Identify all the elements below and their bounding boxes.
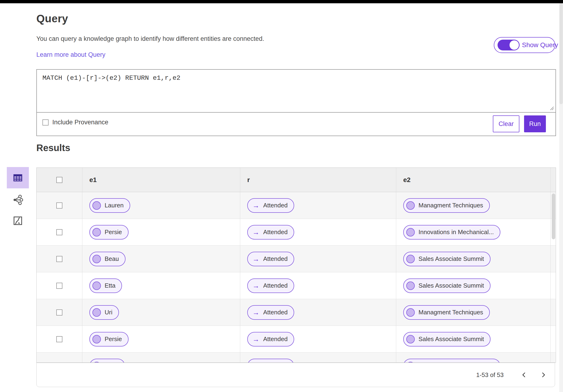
entity-node-icon — [406, 228, 415, 237]
entity-label: Larry — [105, 362, 118, 362]
relation-pill[interactable]: → Attended — [247, 252, 294, 266]
arrow-right-icon: → — [252, 309, 259, 316]
resize-grip-icon[interactable] — [549, 105, 554, 111]
page-scrollbar[interactable] — [559, 3, 563, 392]
relation-label: Attended — [263, 202, 288, 209]
view-table-button[interactable] — [7, 167, 29, 188]
entity-pill[interactable]: Sales Associate Summit — [403, 332, 490, 346]
arrow-right-icon: → — [252, 202, 259, 209]
entity-pill[interactable]: Managment Techniques — [403, 198, 490, 213]
column-header-e2[interactable]: e2 — [396, 168, 550, 192]
table-view-icon — [13, 172, 23, 183]
table-row: Lauren → Attended Managment Techniques — [37, 192, 556, 219]
arrow-right-icon: → — [252, 229, 259, 236]
row-checkbox[interactable] — [56, 229, 62, 235]
entity-node-icon — [406, 335, 415, 343]
results-heading: Results — [36, 143, 70, 153]
entity-label: Managment Techniques — [419, 309, 483, 316]
entity-node-icon — [92, 201, 101, 210]
entity-label: Innovations in Mechanical... — [419, 228, 494, 236]
entity-label: Etta — [105, 282, 115, 289]
entity-pill[interactable]: Managment Techniques — [403, 305, 490, 320]
entity-label: Beau — [105, 255, 119, 263]
pagination-bar: 1-53 of 53 — [36, 363, 555, 387]
query-input[interactable]: MATCH (e1)-[r]->(e2) RETURN e1,r,e2 — [37, 70, 555, 112]
relation-pill[interactable]: → Attended — [247, 359, 294, 363]
entity-node-icon — [406, 255, 415, 263]
entity-node-icon — [406, 308, 415, 317]
map-view-icon — [13, 215, 23, 226]
relation-pill[interactable]: → Attended — [247, 278, 294, 293]
arrow-right-icon: → — [252, 255, 259, 263]
entity-pill[interactable]: Sales Associate Summit — [403, 252, 490, 266]
entity-pill[interactable]: Sales Associate Summit — [403, 278, 490, 293]
entity-label: Uri — [105, 309, 112, 316]
entity-pill[interactable]: Larry — [89, 359, 125, 363]
entity-node-icon — [92, 228, 101, 237]
row-checkbox[interactable] — [56, 336, 62, 342]
relation-pill[interactable]: → Attended — [247, 198, 294, 213]
show-query-toggle[interactable]: Show Query — [494, 37, 555, 53]
entity-label: Sales Associate Summit — [419, 282, 484, 289]
table-scrollbar-thumb[interactable] — [552, 193, 555, 239]
row-checkbox[interactable] — [56, 202, 62, 209]
arrow-right-icon: → — [252, 336, 259, 343]
row-checkbox[interactable] — [56, 283, 62, 289]
entity-label: Innovations in Mechanical... — [419, 362, 494, 362]
relation-label: Attended — [263, 362, 288, 362]
query-page: Query You can query a knowledge graph to… — [0, 0, 563, 392]
view-map-button[interactable] — [7, 211, 29, 231]
column-header-e1[interactable]: e1 — [82, 168, 240, 192]
entity-label: Sales Associate Summit — [419, 255, 484, 263]
arrow-right-icon: → — [252, 282, 259, 289]
learn-more-link[interactable]: Learn more about Query — [36, 51, 105, 58]
pagination-range-label: 1-53 of 53 — [476, 371, 504, 379]
table-header-row: e1 r e2 — [37, 168, 556, 192]
entity-pill[interactable]: Persie — [89, 332, 128, 346]
entity-label: Lauren — [105, 202, 124, 209]
entity-pill[interactable]: Etta — [89, 278, 122, 293]
table-row: Persie → Attended Innovations in Mechani… — [37, 219, 556, 246]
previous-page-button[interactable] — [521, 371, 528, 378]
row-checkbox[interactable] — [56, 256, 62, 262]
chevron-left-icon — [521, 372, 527, 378]
toggle-knob — [510, 40, 519, 50]
entity-node-icon — [92, 335, 101, 343]
entity-node-icon — [92, 362, 101, 363]
include-provenance-checkbox[interactable] — [42, 119, 49, 126]
relation-label: Attended — [263, 282, 288, 289]
entity-pill[interactable]: Innovations in Mechanical... — [403, 225, 500, 240]
include-provenance-label: Include Provenance — [52, 119, 108, 126]
relation-label: Attended — [263, 228, 288, 236]
relation-label: Attended — [263, 335, 288, 343]
window-top-bar — [0, 0, 563, 3]
entity-pill[interactable]: Lauren — [89, 198, 130, 213]
entity-pill[interactable]: Beau — [89, 252, 126, 266]
entity-pill[interactable]: Persie — [89, 225, 128, 240]
chevron-right-icon — [540, 372, 547, 378]
entity-label: Persie — [105, 228, 122, 236]
page-scrollbar-thumb[interactable] — [560, 3, 563, 104]
row-checkbox[interactable] — [56, 309, 62, 316]
entity-pill[interactable]: Uri — [89, 305, 119, 320]
view-network-button[interactable] — [7, 190, 29, 209]
relation-pill[interactable]: → Attended — [247, 332, 294, 346]
run-button[interactable]: Run — [524, 115, 546, 132]
toggle-switch-icon[interactable] — [498, 40, 520, 51]
entity-label: Sales Associate Summit — [419, 335, 484, 343]
results-table: e1 r e2 Lauren → Attended Managment Tech… — [36, 167, 556, 363]
arrow-right-icon: → — [252, 362, 259, 363]
select-all-checkbox[interactable] — [56, 177, 62, 183]
next-page-button[interactable] — [540, 371, 547, 378]
page-title: Query — [36, 12, 68, 25]
entity-pill[interactable]: Innovations in Mechanical... — [403, 359, 500, 363]
table-row: Uri → Attended Managment Techniques — [37, 299, 556, 326]
column-header-r[interactable]: r — [240, 168, 396, 192]
entity-label: Managment Techniques — [419, 202, 483, 209]
relation-label: Attended — [263, 255, 288, 263]
relation-pill[interactable]: → Attended — [247, 305, 294, 320]
entity-node-icon — [406, 362, 415, 363]
clear-button[interactable]: Clear — [493, 115, 519, 132]
entity-node-icon — [92, 308, 101, 317]
relation-pill[interactable]: → Attended — [247, 225, 294, 240]
